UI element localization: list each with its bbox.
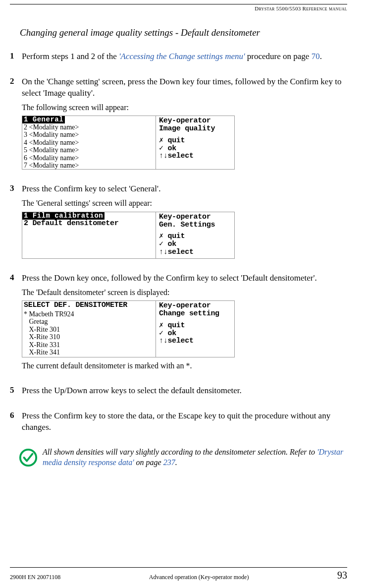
step-6: 6 Press the Confirm key to store the dat…	[10, 411, 347, 436]
step-2: 2 On the 'Change setting' screen, press …	[10, 76, 347, 173]
lcd-row: X-Rite 341	[24, 349, 154, 356]
step-text: Perform steps 1 and 2 of the	[22, 52, 119, 61]
lcd-row: 4 <Modality name>	[22, 139, 156, 146]
note-text: on page	[134, 458, 163, 467]
step-number: 3	[10, 183, 22, 261]
lcd-row: X-Rite 331	[24, 341, 154, 349]
lcd-action-ok: ✓ ok	[159, 145, 232, 153]
lcd-row: Gretag	[24, 318, 154, 325]
lcd-right-title-a: Key-operator	[159, 117, 210, 125]
step-number: 5	[10, 385, 22, 400]
lcd-right-title-b: Gen. Settings	[159, 221, 215, 229]
lcd-action-select: ↑↓select	[159, 337, 232, 345]
lcd-right-title-b: Image quality	[159, 124, 215, 133]
section-title: Changing general image quality settings …	[20, 27, 347, 38]
lcd-action-select: ↑↓select	[159, 248, 232, 256]
lcd-selected-row: 1 Film calibration	[22, 212, 105, 220]
lcd-row: * Macbeth TR924	[24, 310, 154, 318]
step-follow-text: The 'General settings' screen will appea…	[22, 198, 347, 209]
footer-section: Advanced operation (Key-operator mode)	[149, 574, 249, 581]
step-number: 4	[10, 273, 22, 374]
lcd-row: 2 <Modality name>	[22, 123, 156, 131]
step-follow-text: The following screen will appear:	[22, 102, 347, 113]
lcd-action-select: ↑↓select	[159, 152, 232, 160]
footer-page-number: 93	[337, 570, 347, 581]
page-footer: 2900H EN 20071108 Advanced operation (Ke…	[10, 567, 347, 581]
lcd-row: X-Rite 310	[24, 333, 154, 341]
step-1: 1 Perform steps 1 and 2 of the 'Accessin…	[10, 51, 347, 65]
checkmark-icon	[19, 448, 38, 469]
step-text: procedure on page	[245, 52, 312, 61]
step-5: 5 Press the Up/Down arrow keys to select…	[10, 385, 347, 400]
step-number: 2	[10, 76, 22, 173]
lcd-row: X-Rite 301	[24, 326, 154, 333]
lcd-action-ok: ✓ ok	[159, 240, 232, 248]
lcd-row: 2 Default densitometer	[22, 220, 156, 228]
lcd-action-ok: ✓ ok	[159, 330, 232, 338]
link-page-70[interactable]: 70	[312, 52, 320, 61]
lcd-general-settings: 1 Film calibration 2 Default densitomete…	[22, 212, 235, 259]
footer-doc-id: 2900H EN 20071108	[10, 574, 60, 581]
lcd-row: 7 <Modality name>	[22, 162, 156, 169]
lcd-action-quit: ✗ quit	[159, 233, 232, 240]
lcd-selected-row: 1 General	[22, 116, 65, 123]
link-accessing-menu[interactable]: 'Accessing the Change settings menu'	[119, 52, 245, 61]
lcd-right-title-b: Change setting	[159, 309, 219, 318]
step-3: 3 Press the Confirm key to select 'Gener…	[10, 183, 347, 261]
lcd-row: 3 <Modality name>	[22, 131, 156, 138]
link-page-237[interactable]: 237	[163, 458, 175, 467]
step-follow-text: The 'Default densitometer' screen is dis…	[22, 287, 347, 298]
lcd-row: 5 <Modality name>	[22, 146, 156, 154]
step-text: On the 'Change setting' screen, press th…	[22, 76, 347, 99]
svg-point-0	[20, 450, 36, 466]
step-text: Press the Up/Down arrow keys to select t…	[22, 385, 347, 397]
step-text: .	[320, 52, 322, 61]
step-4: 4 Press the Down key once, followed by t…	[10, 273, 347, 374]
step-after-text: The current default densitometer is mark…	[22, 360, 347, 371]
lcd-title: SELECT DEF. DENSITOMETER	[22, 301, 156, 309]
step-text: Press the Confirm key to store the data,…	[22, 411, 347, 433]
lcd-right-title-a: Key-operator	[159, 301, 210, 310]
lcd-default-densitometer: SELECT DEF. DENSITOMETER * Macbeth TR924…	[22, 300, 235, 357]
lcd-action-quit: ✗ quit	[159, 322, 232, 330]
step-text: Press the Confirm key to select 'General…	[22, 183, 347, 195]
step-number: 6	[10, 411, 22, 436]
lcd-right-title-a: Key-operator	[159, 213, 210, 221]
header-manual-title: Drystar 5500/5503 Reference manual	[10, 5, 347, 11]
lcd-row: 6 <Modality name>	[22, 154, 156, 162]
note-text: .	[175, 458, 177, 467]
step-number: 1	[10, 51, 22, 65]
lcd-action-quit: ✗ quit	[159, 137, 232, 145]
note-block: All shown densities will vary slightly a…	[19, 447, 347, 469]
note-text: All shown densities will vary slightly a…	[43, 448, 317, 456]
lcd-image-quality: 1 General 2 <Modality name> 3 <Modality …	[22, 116, 235, 170]
step-text: Press the Down key once, followed by the…	[22, 273, 347, 284]
